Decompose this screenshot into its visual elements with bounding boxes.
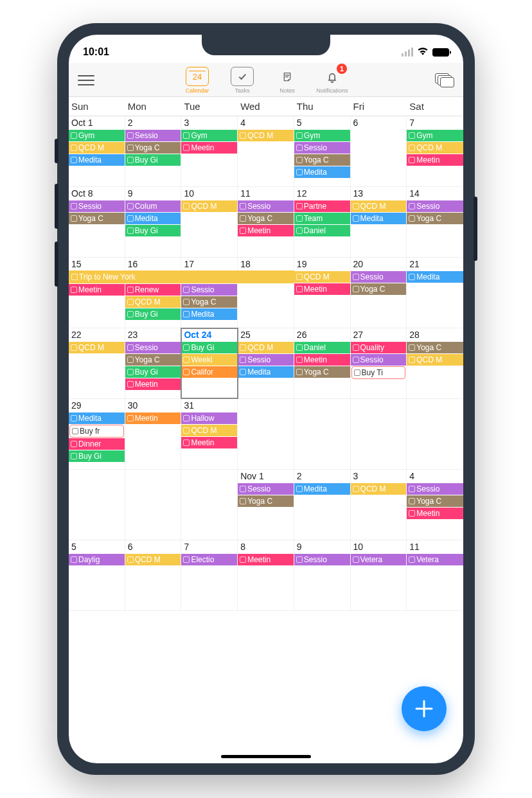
day-cell[interactable]: 11SessioYoga CMeetin [238, 187, 294, 257]
event-item[interactable]: Medita [294, 483, 350, 495]
event-item[interactable]: Medita [407, 271, 463, 283]
day-cell[interactable]: 7GymQCD MMeetin [407, 116, 463, 186]
event-item[interactable]: Sessio [125, 130, 181, 141]
event-item[interactable]: QCD M [351, 483, 407, 495]
day-cell[interactable]: 21Medita [407, 258, 463, 328]
day-cell[interactable]: Oct 8SessioYoga C [69, 187, 125, 257]
event-item[interactable]: Yoga C [351, 283, 407, 295]
event-item[interactable]: Buy Gi [125, 308, 181, 320]
event-item[interactable]: Sessio [181, 284, 237, 296]
day-cell[interactable] [351, 399, 407, 469]
event-item[interactable]: Electio [181, 554, 237, 565]
event-item[interactable]: Sessio [238, 483, 294, 495]
event-item[interactable]: QCD M [125, 554, 181, 565]
day-cell[interactable]: 26DanielMeetinYoga C [294, 328, 351, 398]
event-item[interactable]: Sessio [238, 354, 294, 366]
day-cell[interactable]: 8Meetin [238, 540, 294, 610]
menu-button[interactable] [78, 75, 94, 85]
event-item[interactable]: QCD M [181, 200, 237, 212]
day-cell[interactable] [125, 470, 182, 540]
day-cell[interactable]: 23SessioYoga CBuy GiMeetin [125, 328, 182, 398]
event-item[interactable]: Meetin [294, 354, 350, 366]
event-item[interactable]: Meetin [294, 283, 350, 295]
event-item[interactable]: Weekl [181, 354, 237, 366]
day-cell[interactable]: 12PartneTeam Daniel [294, 187, 351, 257]
day-cell[interactable]: 10QCD M [181, 187, 238, 257]
event-item[interactable]: QCD M [69, 142, 125, 154]
day-cell[interactable]: 14SessioYoga C [407, 187, 463, 257]
day-cell[interactable]: 16RenewQCD MBuy Gi [125, 258, 182, 328]
event-item[interactable]: Gym [181, 130, 237, 141]
event-item[interactable]: Daniel [294, 342, 350, 353]
event-item[interactable]: Sessio [294, 554, 350, 565]
tab-notes[interactable]: Notes [268, 67, 306, 94]
day-cell[interactable]: 15Meetin [69, 258, 125, 328]
day-cell[interactable]: 9Sessio [294, 540, 351, 610]
day-cell[interactable]: 11Vetera [407, 540, 463, 610]
day-cell[interactable]: 31HallowQCD MMeetin [181, 399, 238, 469]
event-item[interactable]: QCD M [238, 342, 294, 353]
event-item[interactable]: Medita [294, 166, 350, 178]
day-cell[interactable]: Oct 1GymQCD MMedita [69, 116, 125, 186]
event-item[interactable]: Buy fr [69, 425, 124, 438]
day-cell[interactable]: 4SessioYoga CMeetin [407, 470, 463, 540]
event-item[interactable]: Renew [125, 284, 181, 296]
event-item[interactable]: Sessio [125, 342, 181, 353]
day-cell[interactable] [407, 399, 463, 469]
tab-tasks[interactable]: Tasks [223, 67, 262, 94]
event-item[interactable]: Meetin [181, 142, 237, 154]
day-cell[interactable]: 19QCD MMeetin [294, 258, 351, 328]
event-item[interactable]: Gym [407, 130, 463, 141]
day-cell[interactable]: 30Meetin [125, 399, 182, 469]
event-item[interactable]: QCD M [294, 271, 350, 283]
day-cell[interactable]: 2SessioYoga CBuy Gi [125, 116, 182, 186]
day-cell[interactable]: 6 [351, 116, 407, 186]
day-cell[interactable]: Nov 1SessioYoga C [238, 470, 294, 540]
event-item[interactable]: Medita [69, 412, 125, 424]
event-item[interactable]: QCD M [125, 296, 181, 308]
day-cell[interactable] [181, 470, 238, 540]
event-item[interactable]: Yoga C [69, 213, 125, 224]
event-item[interactable]: Buy Gi [181, 342, 237, 353]
day-cell[interactable]: 17SessioYoga CMedita [181, 258, 238, 328]
day-cell[interactable]: 29MeditaBuy frDinnerBuy Gi [69, 399, 125, 469]
event-item[interactable]: Team [294, 213, 350, 224]
day-cell[interactable]: 6QCD M [125, 540, 182, 610]
tab-notifications[interactable]: 1Notifications [313, 67, 351, 94]
event-item[interactable]: Yoga C [407, 213, 463, 224]
day-cell[interactable]: 25QCD MSessioMedita [238, 328, 294, 398]
event-item[interactable]: Buy Gi [125, 225, 181, 236]
event-item[interactable]: Yoga C [407, 495, 463, 507]
event-item[interactable]: QCD M [238, 130, 294, 141]
event-item[interactable]: Meetin [238, 225, 294, 236]
event-item[interactable]: Vetera [351, 554, 407, 565]
event-item[interactable]: Medita [125, 213, 181, 224]
tab-calendar[interactable]: 24Calendar [178, 67, 217, 94]
day-cell[interactable]: Oct 24Buy GiWeeklCalifor [181, 328, 238, 398]
home-indicator[interactable] [221, 755, 311, 758]
event-item[interactable]: Daniel [294, 225, 350, 236]
event-item[interactable]: Partne [294, 200, 350, 212]
event-item[interactable]: Sessio [69, 200, 125, 212]
event-item[interactable]: Sessio [351, 354, 407, 366]
event-item[interactable]: Meetin [125, 412, 181, 424]
event-item[interactable]: Meetin [181, 437, 237, 448]
event-item[interactable]: Daylig [69, 554, 125, 565]
day-cell[interactable]: 4QCD M [238, 116, 294, 186]
multi-day-event[interactable]: Trip to New York [69, 270, 294, 283]
event-item[interactable]: Yoga C [125, 142, 181, 154]
event-item[interactable]: Gym [294, 130, 350, 141]
add-button[interactable] [402, 686, 447, 731]
event-item[interactable]: Meetin [69, 284, 125, 296]
event-item[interactable]: Buy Gi [125, 366, 181, 378]
event-item[interactable]: QCD M [181, 425, 237, 436]
event-item[interactable]: Yoga C [238, 213, 294, 224]
event-item[interactable]: Yoga C [294, 366, 350, 378]
event-item[interactable]: QCD M [69, 342, 125, 353]
event-item[interactable]: Sessio [238, 200, 294, 212]
event-item[interactable]: Dinner [69, 438, 125, 450]
day-cell[interactable]: 5Daylig [69, 540, 125, 610]
day-cell[interactable]: 5GymSessioYoga CMedita [294, 116, 351, 186]
event-item[interactable]: Medita [181, 308, 237, 320]
event-item[interactable]: Meetin [407, 154, 463, 166]
